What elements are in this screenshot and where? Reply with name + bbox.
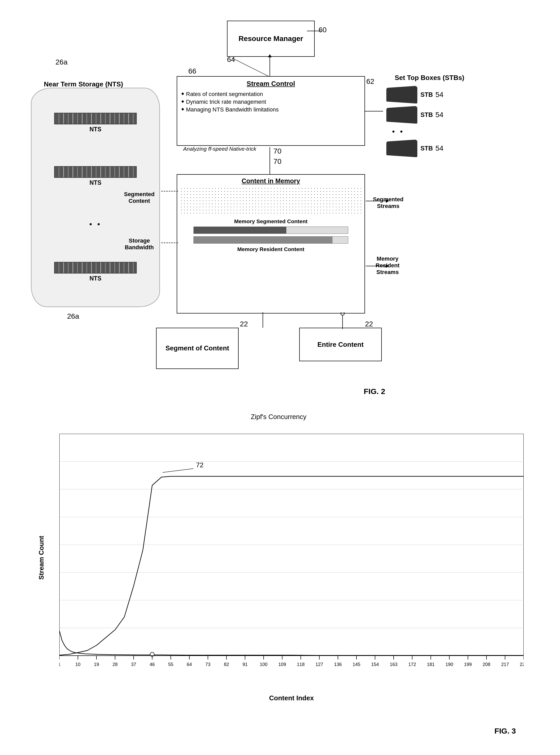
stream-control-box: Stream Control Rates of content segmenta… (177, 76, 365, 146)
svg-text:64: 64 (187, 662, 192, 667)
svg-text:172: 172 (408, 662, 416, 667)
entire-content-label: Entire Content (317, 341, 363, 349)
progress-bar-1 (194, 226, 348, 234)
chart-container: Stream Count 0 20 40 60 (28, 423, 529, 707)
svg-text:46: 46 (149, 662, 155, 667)
svg-text:145: 145 (353, 662, 360, 667)
segment-of-content-box: Segment of Content (156, 328, 239, 369)
ref60-line (307, 26, 327, 36)
arrow-segmented-streams (366, 201, 386, 201)
stb-label-3: STB (420, 145, 433, 152)
nts-storage-bar-2 (54, 166, 137, 178)
arrow-cm-to-soc (263, 312, 263, 330)
memory-resident-label: Memory Resident Content (180, 246, 362, 252)
segment-of-content-label: Segment of Content (166, 344, 229, 353)
stb-label-2: STB (420, 111, 433, 118)
ref-62: 62 (366, 77, 374, 86)
svg-text:73: 73 (205, 662, 211, 667)
stb-shape-3 (386, 139, 417, 157)
progress-bar-2 (194, 236, 348, 243)
page: Resource Manager 60 64 66 26a Stream Con… (0, 0, 560, 755)
sc-item-1: Rates of content segmentation (181, 90, 360, 98)
svg-text:217: 217 (501, 662, 509, 667)
svg-text:28: 28 (113, 662, 118, 667)
dashed-line-bottom (161, 242, 178, 243)
chart-title: Zipf's Concurrency (21, 413, 537, 421)
fig3-label: FIG. 3 (495, 727, 516, 735)
fig2-diagram: Resource Manager 60 64 66 26a Stream Con… (16, 10, 544, 410)
progress-fill-1 (194, 227, 286, 234)
arrow-memory-resident-streams (366, 266, 386, 266)
arrow-cm-to-ec (340, 312, 345, 330)
nts-storage-bar-1 (54, 113, 137, 124)
svg-text:154: 154 (371, 662, 379, 667)
arrow-sc-stb (365, 111, 387, 112)
sc-item-2: Dynamic trick rate management (181, 98, 360, 106)
svg-text:19: 19 (94, 662, 99, 667)
svg-text:1: 1 (59, 662, 61, 667)
svg-text:10: 10 (75, 662, 80, 667)
svg-text:100: 100 (260, 662, 267, 667)
stb-item-2: STB 54 (384, 107, 475, 123)
content-memory-box: Content in Memory Memory Segmented Conte… (177, 174, 365, 314)
stream-control-list: Rates of content segmentation Dynamic tr… (181, 90, 360, 114)
nts-label-3: NTS (52, 275, 139, 282)
ref-54a: 54 (435, 91, 443, 99)
svg-text:118: 118 (297, 662, 305, 667)
svg-text:109: 109 (278, 662, 286, 667)
ref-22a: 22 (240, 320, 248, 328)
dashed-line-top (161, 191, 178, 192)
ref-22b: 22 (365, 320, 373, 328)
ref-54b: 54 (435, 111, 443, 119)
nts-dots: • • (89, 220, 101, 229)
stb-dots: • • (392, 127, 475, 136)
progress-fill-2 (194, 237, 333, 243)
fig2-label: FIG. 2 (364, 387, 385, 396)
segmented-content-label: Segmented Content (119, 191, 160, 204)
svg-marker-3 (380, 111, 383, 112)
svg-text:136: 136 (334, 662, 342, 667)
stb-title: Set Top Boxes (STBs) (384, 74, 475, 82)
ref-70a: 70 (274, 147, 281, 155)
nts-item-1: NTS (52, 113, 139, 133)
svg-text:127: 127 (316, 662, 323, 667)
analyzing-text: Analyzing ff-speed Native-trick (183, 146, 256, 152)
svg-text:55: 55 (168, 662, 173, 667)
stream-control-title: Stream Control (181, 80, 360, 88)
svg-text:199: 199 (464, 662, 472, 667)
y-axis-text: Stream Count (37, 536, 45, 579)
nts-storage-bar-3 (54, 262, 137, 274)
content-memory-title: Content in Memory (180, 177, 362, 185)
stb-shape-2 (386, 106, 417, 124)
svg-text:208: 208 (483, 662, 491, 667)
stb-shape-1 (386, 86, 417, 103)
svg-text:181: 181 (427, 662, 435, 667)
x-axis-label: Content Index (59, 694, 524, 702)
segmented-streams-label: Segmented Streams (369, 196, 407, 210)
nts-label-1: NTS (52, 126, 139, 133)
ref-26a: 26a (67, 312, 79, 320)
ref-68: 26a (56, 58, 67, 66)
ref64-line (232, 58, 271, 79)
storage-bandwidth-label: Storage Bandwidth (116, 237, 162, 251)
svg-point-6 (341, 312, 344, 315)
svg-marker-5 (263, 324, 263, 328)
sc-item-3: Managing NTS Bandwidth limitations (181, 106, 360, 114)
nts-item-2: NTS (52, 166, 139, 186)
dotted-pattern (180, 187, 362, 215)
nts-label-2: NTS (52, 179, 139, 186)
memory-segmented-label: Memory Segmented Content (180, 218, 362, 224)
stb-label-1: STB (420, 91, 433, 98)
y-axis-label: Stream Count (28, 434, 54, 681)
nts-title: Near Term Storage (NTS) (44, 80, 123, 89)
entire-content-box: Entire Content (299, 328, 382, 361)
stb-item-3: STB 54 (384, 141, 475, 156)
ref-70b: 70 (274, 157, 281, 166)
ref-66: 66 (188, 67, 196, 75)
stb-area: Set Top Boxes (STBs) STB 54 STB 54 • • S… (384, 74, 475, 161)
svg-text:226: 226 (520, 662, 524, 667)
chart-svg: 0 20 40 60 80 100 120 140 160 1 10 19 28 (59, 434, 524, 681)
svg-text:91: 91 (242, 662, 248, 667)
svg-text:190: 190 (445, 662, 453, 667)
stb-item-1: STB 54 (384, 87, 475, 102)
